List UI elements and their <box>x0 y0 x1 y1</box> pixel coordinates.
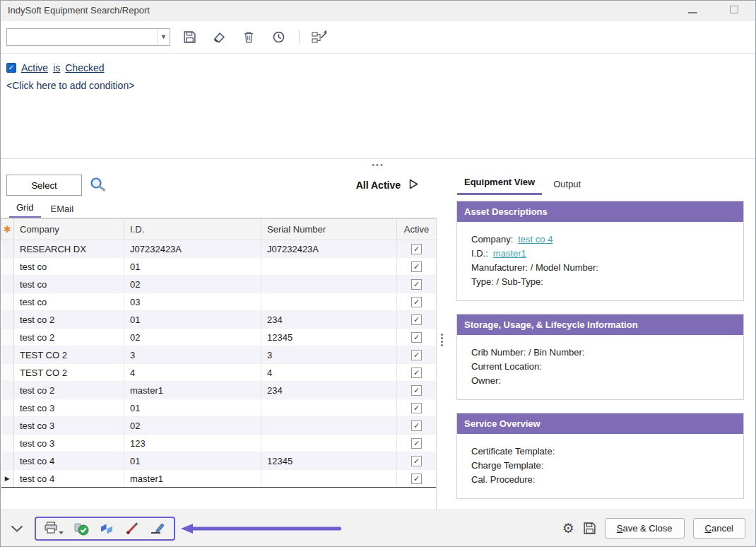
condition-field-link[interactable]: Active <box>21 62 48 73</box>
print-preview-button[interactable] <box>74 522 89 536</box>
table-row[interactable]: test co 20212345✓ <box>1 329 437 346</box>
active-checkbox[interactable]: ✓ <box>411 385 422 396</box>
cell-company[interactable]: test co 2 <box>14 329 124 346</box>
condition-value-link[interactable]: Checked <box>65 62 104 73</box>
cell-serial[interactable] <box>261 417 397 435</box>
cell-id[interactable]: 123 <box>124 435 261 452</box>
cell-company[interactable]: test co 2 <box>14 311 124 329</box>
cell-serial[interactable] <box>261 399 397 417</box>
active-checkbox[interactable]: ✓ <box>411 456 422 466</box>
field-link[interactable]: master1 <box>493 248 526 259</box>
cell-company[interactable]: TEST CO 2 <box>14 364 124 382</box>
table-row[interactable]: test co01✓ <box>1 258 437 276</box>
cell-serial[interactable]: 4 <box>261 364 397 382</box>
cell-id[interactable]: 4 <box>124 364 261 382</box>
cell-id[interactable]: 01 <box>124 258 261 276</box>
row-indicator[interactable] <box>1 293 14 311</box>
maximize-button[interactable] <box>730 5 738 16</box>
active-checkbox[interactable]: ✓ <box>411 403 422 413</box>
table-row[interactable]: test co 2master1234✓ <box>1 382 437 399</box>
cell-id[interactable]: 02 <box>124 276 261 293</box>
table-row[interactable]: ▶test co 4master1✓ <box>1 470 437 488</box>
select-button[interactable]: Select <box>6 175 82 196</box>
active-checkbox[interactable]: ✓ <box>411 367 422 378</box>
cell-company[interactable]: test co 4 <box>14 470 124 488</box>
delete-query-button[interactable] <box>240 28 258 45</box>
tab-output[interactable]: Output <box>546 175 588 195</box>
cell-company[interactable]: TEST CO 2 <box>14 346 124 364</box>
cell-company[interactable]: test co 4 <box>14 452 124 470</box>
cell-id[interactable]: 01 <box>124 452 261 470</box>
signature-button[interactable] <box>150 522 166 535</box>
row-indicator[interactable] <box>1 258 14 276</box>
table-row[interactable]: test co02✓ <box>1 276 437 293</box>
field-link[interactable]: test co 4 <box>518 234 553 245</box>
cell-id[interactable]: 01 <box>124 399 261 417</box>
cell-serial[interactable] <box>261 435 397 452</box>
add-condition-link[interactable]: <Click here to add condition> <box>6 80 750 91</box>
cell-company[interactable]: test co 3 <box>14 417 124 435</box>
cell-serial[interactable]: 12345 <box>261 329 397 346</box>
row-indicator[interactable] <box>1 346 14 364</box>
table-row[interactable]: TEST CO 233✓ <box>1 346 437 364</box>
table-row[interactable]: test co03✓ <box>1 293 437 311</box>
cell-serial[interactable] <box>261 258 397 276</box>
table-row[interactable]: test co 201234✓ <box>1 311 437 329</box>
history-button[interactable] <box>269 28 288 45</box>
active-checkbox[interactable]: ✓ <box>411 474 422 484</box>
active-checkbox[interactable]: ✓ <box>411 244 422 254</box>
cell-id[interactable]: master1 <box>124 382 261 399</box>
cell-company[interactable]: test co <box>14 258 124 276</box>
horizontal-splitter[interactable]: ••• <box>1 159 755 170</box>
cancel-button[interactable]: Cancel <box>693 518 745 539</box>
print-button[interactable] <box>44 522 64 535</box>
row-indicator[interactable] <box>1 329 14 346</box>
save-settings-button[interactable] <box>583 522 596 535</box>
cell-serial[interactable] <box>261 276 397 293</box>
active-checkbox[interactable]: ✓ <box>411 438 422 449</box>
row-indicator[interactable] <box>1 417 14 435</box>
cell-serial[interactable]: J07232423A <box>261 240 397 258</box>
cell-id[interactable]: J07232423A <box>124 240 261 258</box>
table-row[interactable]: RESEARCH DXJ07232423AJ07232423A✓ <box>1 240 437 258</box>
tab-email[interactable]: EMail <box>44 201 81 218</box>
row-indicator[interactable] <box>1 382 14 399</box>
row-indicator[interactable] <box>1 240 14 258</box>
column-header-serial[interactable]: Serial Number <box>261 219 397 240</box>
table-row[interactable]: test co 3123✓ <box>1 435 437 452</box>
export-button[interactable] <box>100 522 114 535</box>
condition-checkbox[interactable]: ✓ <box>6 63 16 73</box>
cell-serial[interactable]: 12345 <box>261 452 397 470</box>
column-header-id[interactable]: I.D. <box>124 219 261 240</box>
table-row[interactable]: test co 302✓ <box>1 417 437 435</box>
tab-equipment-view[interactable]: Equipment View <box>457 172 542 195</box>
column-header-company[interactable]: Company <box>14 219 124 240</box>
cell-id[interactable]: 01 <box>124 311 261 329</box>
design-report-button[interactable] <box>125 522 139 535</box>
save-query-button[interactable] <box>180 28 199 45</box>
table-row[interactable]: test co 40112345✓ <box>1 452 437 470</box>
active-checkbox[interactable]: ✓ <box>411 261 422 272</box>
cell-serial[interactable]: 234 <box>261 311 397 329</box>
condition-operator-link[interactable]: is <box>53 62 60 73</box>
minimize-button[interactable] <box>688 5 697 16</box>
cell-serial[interactable] <box>261 293 397 311</box>
active-checkbox[interactable]: ✓ <box>411 420 422 431</box>
cell-company[interactable]: RESEARCH DX <box>14 240 124 258</box>
cell-serial[interactable] <box>261 470 397 488</box>
save-close-button[interactable]: Save & Close <box>605 518 685 539</box>
expand-button[interactable] <box>11 525 23 532</box>
cell-company[interactable]: test co 2 <box>14 382 124 399</box>
row-indicator[interactable] <box>1 452 14 470</box>
search-button[interactable] <box>89 176 107 194</box>
saved-query-combo[interactable]: ▼ <box>6 28 170 46</box>
run-query-button[interactable] <box>408 178 420 192</box>
clear-query-button[interactable] <box>210 28 228 45</box>
cell-id[interactable]: master1 <box>124 470 261 488</box>
vertical-splitter[interactable] <box>437 170 447 510</box>
tab-grid[interactable]: Grid <box>9 199 41 218</box>
row-indicator[interactable] <box>1 399 14 417</box>
active-checkbox[interactable]: ✓ <box>411 279 422 290</box>
active-checkbox[interactable]: ✓ <box>411 332 422 343</box>
cell-company[interactable]: test co 3 <box>14 399 124 417</box>
